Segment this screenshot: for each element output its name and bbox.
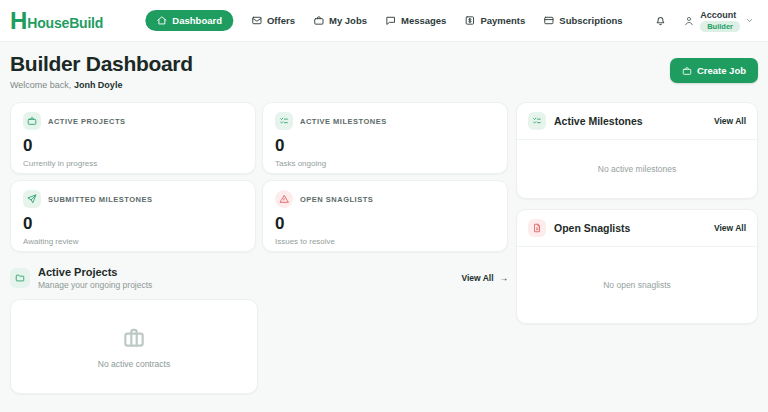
stat-icon-badge [23,112,41,130]
navbar-right: Account Builder [654,10,754,32]
projects-view-all-link[interactable]: View All → [461,273,508,283]
nav-item-label: Subscriptions [559,15,622,26]
stat-card-submitted-milestones: SUBMITTED MILESTONES 0 Awaiting review [10,180,256,252]
stat-subtext: Tasks ongoing [275,159,495,168]
section-subtitle: Manage your ongoing projects [38,280,461,290]
main-nav: Dashboard Offers My Jobs Messages Paymen… [145,10,622,31]
top-navbar: H HouseBuild Dashboard Offers My Jobs Me… [0,0,768,42]
stat-subtext: Currently in progress [23,159,243,168]
page-header-texts: Builder Dashboard Welcome back, Jonh Doy… [10,52,193,90]
stat-icon-badge [275,112,293,130]
user-name: Jonh Doyle [74,80,123,90]
nav-item-label: Offers [267,15,295,26]
active-projects-header: Active Projects Manage your ongoing proj… [10,266,508,290]
envelope-icon [251,15,262,26]
nav-item-offers[interactable]: Offers [251,15,295,26]
nav-item-messages[interactable]: Messages [385,15,446,26]
checklist-icon [532,116,542,126]
welcome-prefix: Welcome back, [10,80,71,90]
stat-subtext: Issues to resolve [275,237,495,246]
arrow-right-icon: → [500,273,509,283]
page-content: Builder Dashboard Welcome back, Jonh Doy… [0,42,768,394]
create-job-label: Create Job [697,65,746,76]
card-title: Active Milestones [554,115,706,127]
stat-value: 0 [275,214,495,234]
briefcase-icon [27,116,37,126]
nav-item-label: My Jobs [329,15,367,26]
right-column: Active Milestones View All No active mil… [516,102,758,394]
chevron-down-icon [745,16,754,25]
stat-label: OPEN SNAGLISTS [300,195,373,204]
stat-card-active-projects: ACTIVE PROJECTS 0 Currently in progress [10,102,256,174]
role-badge: Builder [700,21,740,32]
account-menu[interactable]: Account Builder [683,10,754,32]
stat-value: 0 [23,214,243,234]
stat-subtext: Awaiting review [23,237,243,246]
alert-triangle-icon [279,194,289,204]
left-column: ACTIVE PROJECTS 0 Currently in progress … [10,102,508,394]
empty-milestones-text: No active milestones [517,140,757,198]
empty-contracts-text: No active contracts [98,359,170,369]
notifications-button[interactable] [654,14,667,27]
stat-card-open-snaglists: OPEN SNAGLISTS 0 Issues to resolve [262,180,508,252]
stat-label: ACTIVE MILESTONES [300,117,387,126]
nav-item-subscriptions[interactable]: Subscriptions [543,15,622,26]
user-icon [683,15,695,27]
page-header: Builder Dashboard Welcome back, Jonh Doy… [10,52,758,90]
nav-item-dashboard[interactable]: Dashboard [145,10,233,31]
checklist-icon [279,116,289,126]
account-label: Account [700,10,736,20]
stat-icon-badge [23,190,41,208]
nav-item-label: Payments [480,15,525,26]
stat-label: SUBMITTED MILESTONES [48,195,152,204]
section-icon-badge [10,268,30,288]
nav-item-my-jobs[interactable]: My Jobs [313,15,367,26]
account-texts: Account Builder [700,10,740,32]
no-contracts-card: No active contracts [10,299,258,394]
stat-value: 0 [275,136,495,156]
nav-item-payments[interactable]: Payments [464,15,525,26]
welcome-text: Welcome back, Jonh Doyle [10,80,193,90]
briefcase-icon [121,325,147,351]
section-title: Active Projects [38,266,461,278]
create-job-button[interactable]: Create Job [670,58,758,83]
nav-item-label: Messages [401,15,446,26]
file-alert-icon [532,223,542,233]
card-title: Open Snaglists [554,222,706,234]
briefcase-icon [313,15,324,26]
open-snaglists-card: Open Snaglists View All No open snaglist… [516,209,758,324]
brand-logo[interactable]: H HouseBuild [10,9,103,33]
card-icon-badge [528,112,546,130]
bell-icon [654,14,667,27]
card-icon-badge [528,219,546,237]
home-icon [156,15,167,26]
active-milestones-card: Active Milestones View All No active mil… [516,102,758,199]
active-projects-section: Active Projects Manage your ongoing proj… [10,266,508,394]
brand-name: HouseBuild [27,15,103,31]
nav-item-label: Dashboard [172,15,222,26]
page-title: Builder Dashboard [10,52,193,76]
stat-value: 0 [23,136,243,156]
credit-card-icon [543,15,554,26]
view-all-label: View All [461,273,493,283]
stat-label: ACTIVE PROJECTS [48,117,126,126]
send-icon [27,194,37,204]
folder-icon [15,273,25,283]
stat-card-active-milestones: ACTIVE MILESTONES 0 Tasks ongoing [262,102,508,174]
milestones-view-all-link[interactable]: View All [714,116,746,126]
briefcase-icon [682,66,692,76]
chat-icon [385,15,396,26]
stat-icon-badge [275,190,293,208]
snaglists-view-all-link[interactable]: View All [714,223,746,233]
empty-snaglists-text: No open snaglists [517,247,757,323]
banknote-icon [464,15,475,26]
brand-logo-letter: H [10,9,26,33]
stats-grid: ACTIVE PROJECTS 0 Currently in progress … [10,102,508,252]
